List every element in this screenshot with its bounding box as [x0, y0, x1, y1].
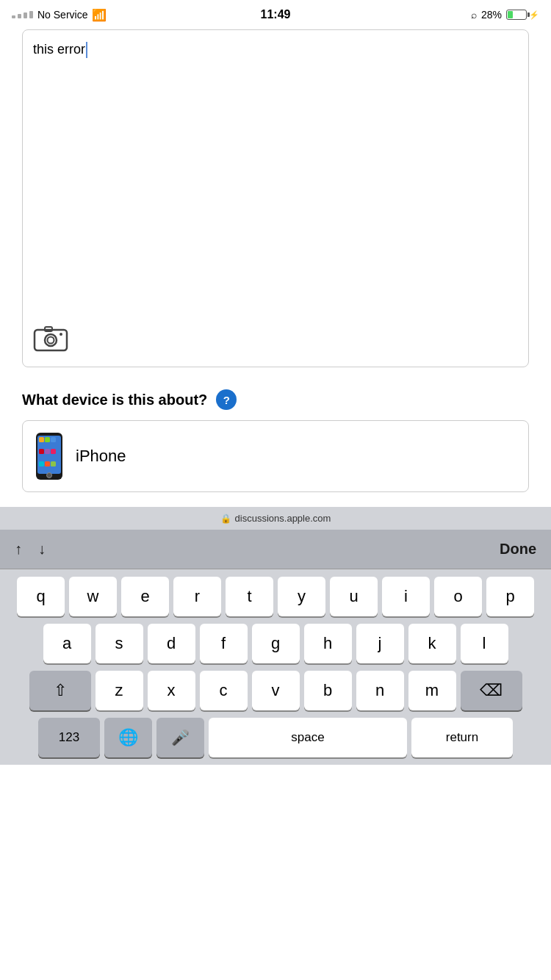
status-time: 11:49 — [261, 8, 291, 21]
text-cursor — [86, 42, 87, 58]
keyboard-row-1: qwertyuiop — [4, 577, 547, 616]
device-section: What device is this about? ? — [0, 389, 551, 492]
key-i[interactable]: i — [382, 577, 430, 616]
key-b[interactable]: b — [304, 671, 352, 710]
toolbar-nav: ↑ ↓ — [15, 541, 46, 558]
key-g[interactable]: g — [252, 624, 300, 663]
key-o[interactable]: o — [434, 577, 482, 616]
numbers-key[interactable]: 123 — [38, 718, 100, 757]
help-badge[interactable]: ? — [216, 389, 237, 410]
key-c[interactable]: c — [200, 671, 248, 710]
key-j[interactable]: j — [356, 624, 404, 663]
space-key[interactable]: space — [209, 718, 407, 757]
help-icon: ? — [223, 394, 230, 406]
key-t[interactable]: t — [226, 577, 273, 616]
text-content: this error — [33, 42, 85, 57]
wifi-icon: 📶 — [92, 8, 107, 22]
key-f[interactable]: f — [200, 624, 248, 663]
battery-icon: ⚡ — [506, 10, 539, 20]
url-bar: 🔒 discussions.apple.com — [0, 507, 551, 530]
backspace-key[interactable]: ⌫ — [461, 671, 522, 710]
svg-point-2 — [48, 337, 54, 344]
key-d[interactable]: d — [148, 624, 195, 663]
key-h[interactable]: h — [304, 624, 352, 663]
backspace-icon: ⌫ — [480, 681, 503, 700]
keyboard-row-bottom: 123 🌐 🎤 space return — [4, 718, 547, 757]
text-area-content: this error — [33, 40, 518, 59]
keyboard: qwertyuiop asdfghjkl ⇧ zxcvbnm⌫ 123 🌐 🎤 … — [0, 569, 551, 765]
key-m[interactable]: m — [408, 671, 456, 710]
key-w[interactable]: w — [69, 577, 117, 616]
shift-key[interactable]: ⇧ — [29, 671, 91, 710]
keyboard-row-3: ⇧ zxcvbnm⌫ — [4, 671, 547, 710]
device-picker[interactable]: iPhone — [22, 420, 529, 492]
key-u[interactable]: u — [330, 577, 378, 616]
keyboard-toolbar: ↑ ↓ Done — [0, 530, 551, 569]
key-y[interactable]: y — [278, 577, 325, 616]
svg-point-1 — [45, 334, 57, 346]
keyboard-done-button[interactable]: Done — [500, 541, 536, 558]
key-v[interactable]: v — [252, 671, 300, 710]
key-k[interactable]: k — [408, 624, 456, 663]
key-n[interactable]: n — [356, 671, 404, 710]
key-l[interactable]: l — [461, 624, 508, 663]
shift-icon: ⇧ — [54, 681, 67, 700]
space-label: space — [291, 730, 324, 745]
status-right: ⌕ 28% ⚡ — [471, 9, 539, 21]
return-label: return — [446, 730, 478, 745]
svg-rect-0 — [35, 330, 67, 350]
url-text: discussions.apple.com — [235, 513, 331, 524]
charging-icon: ⚡ — [529, 10, 539, 20]
orientation-lock-icon: ⌕ — [471, 9, 477, 21]
key-a[interactable]: a — [43, 624, 91, 663]
globe-key[interactable]: 🌐 — [104, 718, 152, 757]
key-q[interactable]: q — [17, 577, 65, 616]
prev-field-button[interactable]: ↑ — [15, 541, 22, 558]
key-x[interactable]: x — [148, 671, 195, 710]
key-p[interactable]: p — [486, 577, 534, 616]
iphone-thumbnail — [36, 433, 62, 480]
carrier-text: No Service — [37, 9, 87, 21]
key-r[interactable]: r — [173, 577, 221, 616]
text-area-box[interactable]: this error — [22, 29, 529, 367]
mic-key[interactable]: 🎤 — [156, 718, 204, 757]
device-question-text: What device is this about? — [22, 392, 207, 408]
keyboard-row-2: asdfghjkl — [4, 624, 547, 663]
numbers-label: 123 — [59, 730, 79, 745]
key-z[interactable]: z — [96, 671, 143, 710]
status-left: No Service 📶 — [12, 8, 107, 22]
status-bar: No Service 📶 11:49 ⌕ 28% ⚡ — [0, 0, 551, 29]
device-question-row: What device is this about? ? — [22, 389, 529, 410]
signal-icon — [12, 11, 33, 18]
key-e[interactable]: e — [121, 577, 169, 616]
camera-icon — [33, 324, 68, 353]
next-field-button[interactable]: ↓ — [38, 541, 46, 558]
svg-point-4 — [60, 333, 62, 336]
return-key[interactable]: return — [411, 718, 513, 757]
mic-icon: 🎤 — [171, 729, 190, 746]
camera-button[interactable] — [33, 324, 68, 356]
globe-icon: 🌐 — [118, 728, 138, 747]
device-name: iPhone — [76, 447, 126, 466]
key-s[interactable]: s — [96, 624, 143, 663]
battery-percent: 28% — [481, 9, 502, 21]
lock-icon: 🔒 — [220, 514, 231, 524]
